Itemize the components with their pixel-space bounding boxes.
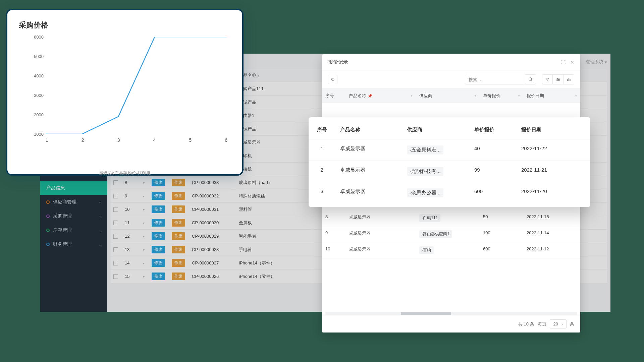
line-chart	[46, 37, 227, 134]
quote-row[interactable]: 10 卓威显示器 ·百纳 600 2022-11-12	[322, 242, 580, 258]
search-input[interactable]	[465, 75, 525, 84]
chevron-down-icon: ⌄	[99, 215, 101, 218]
sidebar-item-purchase[interactable]: 采购管理⌄	[40, 209, 107, 223]
sidebar-item-label: 库存管理	[53, 227, 72, 233]
chart-subtitle: 最近5次产品采购价-打印机	[19, 170, 231, 176]
search-icon	[528, 77, 533, 82]
checkbox[interactable]	[113, 234, 118, 239]
col-name[interactable]: 产品名称📌▾	[345, 89, 416, 103]
col-price[interactable]: 单价报价▾	[480, 89, 523, 103]
horizontal-scrollbar[interactable]	[325, 312, 577, 315]
sidebar-item-inventory[interactable]: 库存管理⌄	[40, 223, 107, 237]
col-date[interactable]: 报价日期▾	[523, 89, 580, 103]
sidebar-item-label: 产品信息	[46, 185, 65, 191]
page-size-select[interactable]: 20	[550, 319, 567, 328]
popup-header: 序号 产品名称 供应商 单价报价 报价日期	[309, 121, 590, 139]
edit-button[interactable]: 修改	[152, 232, 165, 240]
close-icon[interactable]: ✕	[570, 60, 574, 65]
checkbox[interactable]	[113, 247, 118, 252]
edit-button[interactable]: 修改	[152, 246, 165, 253]
void-button[interactable]: 作废	[172, 179, 185, 186]
col-supplier: 供应商	[402, 121, 470, 139]
sidebar-item-products[interactable]: 产品信息	[40, 181, 107, 195]
svg-point-6	[558, 79, 559, 80]
bar-chart-icon	[567, 77, 571, 82]
x-axis: 123456	[46, 137, 227, 143]
col-price: 单价报价	[470, 121, 517, 139]
search-button[interactable]	[525, 74, 536, 84]
void-button[interactable]: 作废	[172, 259, 185, 267]
checkbox[interactable]	[113, 221, 118, 225]
supplier-chip[interactable]: ·余思办公器...	[407, 188, 443, 197]
void-button[interactable]: 作废	[172, 192, 185, 200]
col-supplier[interactable]: 供应商▾	[416, 89, 480, 103]
dot-icon	[46, 243, 50, 246]
checkbox[interactable]	[113, 180, 118, 185]
quote-row[interactable]: 9 卓威显示器 ·路由器供应商1 100 2022-11-14	[322, 226, 580, 242]
col-seq[interactable]: 序号	[322, 89, 345, 103]
supplier-chip[interactable]: ·百纳	[419, 246, 434, 254]
filter-button[interactable]	[542, 74, 553, 84]
sidebar-item-label: 采购管理	[53, 213, 72, 219]
chevron-down-icon: ⌄	[99, 243, 101, 246]
refresh-button[interactable]: ↻	[328, 75, 337, 84]
col-seq: 序号	[309, 121, 335, 139]
svg-line-1	[531, 80, 532, 81]
dot-icon	[46, 200, 50, 204]
sidebar-item-label: 财务管理	[53, 241, 72, 247]
chevron-down-icon: ⌄	[99, 229, 101, 232]
void-button[interactable]: 作废	[172, 219, 185, 227]
unit-label: 条	[570, 321, 574, 327]
void-button[interactable]: 作废	[172, 232, 185, 240]
supplier-chip[interactable]: ·路由器供应商1	[419, 230, 452, 238]
system-dropdown[interactable]: 管理系统▾	[586, 59, 607, 65]
chart-button[interactable]	[564, 74, 574, 84]
col-date: 报价日期	[517, 121, 590, 139]
modal-header: 报价记录 ⛶ ✕	[322, 54, 580, 70]
popup-row[interactable]: 2 卓威显示器 ·光明科技有... 99 2022-11-21	[309, 161, 590, 182]
svg-rect-9	[568, 78, 569, 81]
edit-button[interactable]: 修改	[152, 259, 165, 267]
svg-point-7	[557, 80, 558, 81]
sidebar-item-suppliers[interactable]: 供应商管理⌄	[40, 195, 107, 209]
popup-row[interactable]: 1 卓威显示器 ·五金原料宏... 40 2022-11-22	[309, 139, 590, 161]
detail-popup: 序号 产品名称 供应商 单价报价 报价日期 1 卓威显示器 ·五金原料宏... …	[309, 117, 590, 207]
supplier-chip[interactable]: ·光明科技有...	[407, 167, 443, 176]
scrollbar-thumb[interactable]	[401, 312, 451, 315]
filter-icon	[545, 77, 550, 82]
price-chart-card: 采购价格 100020003000400050006000 123456 最近5…	[7, 10, 242, 174]
void-button[interactable]: 作废	[172, 246, 185, 253]
edit-button[interactable]: 修改	[152, 273, 165, 280]
svg-point-5	[557, 78, 557, 78]
void-button[interactable]: 作废	[172, 273, 185, 280]
sidebar-item-label: 供应商管理	[53, 199, 76, 205]
supplier-chip[interactable]: ·五金原料宏...	[407, 145, 443, 155]
per-page-label: 每页	[538, 321, 546, 327]
sidebar-item-finance[interactable]: 财务管理⌄	[40, 237, 107, 251]
chart-title: 采购价格	[19, 20, 231, 30]
svg-rect-10	[570, 79, 570, 81]
svg-point-0	[529, 78, 531, 80]
chart-area: 100020003000400050006000 123456	[27, 37, 231, 151]
dot-icon	[46, 229, 50, 232]
edit-button[interactable]: 修改	[152, 192, 165, 200]
quote-row[interactable]: 8 卓威显示器 ·白码111 50 2022-11-15	[322, 210, 580, 226]
supplier-chip[interactable]: ·白码111	[419, 214, 440, 222]
checkbox[interactable]	[113, 274, 118, 279]
popup-row[interactable]: 3 卓威显示器 ·余思办公器... 600 2022-11-20	[309, 182, 590, 203]
void-button[interactable]: 作废	[172, 205, 185, 213]
y-axis: 100020003000400050006000	[27, 37, 46, 134]
edit-button[interactable]: 修改	[152, 179, 165, 186]
expand-icon[interactable]: ⛶	[561, 60, 566, 65]
total-count: 共 10 条	[518, 321, 534, 327]
settings-button[interactable]	[553, 74, 564, 84]
checkbox[interactable]	[113, 194, 118, 198]
svg-rect-8	[567, 79, 568, 81]
edit-button[interactable]: 修改	[152, 219, 165, 227]
quote-table-header: 序号 产品名称📌▾ 供应商▾ 单价报价▾ 报价日期▾	[322, 88, 580, 103]
edit-button[interactable]: 修改	[152, 205, 165, 213]
checkbox[interactable]	[113, 261, 118, 265]
checkbox[interactable]	[113, 207, 118, 212]
pin-icon: 📌	[368, 94, 372, 98]
modal-toolbar: ↻	[322, 70, 580, 88]
